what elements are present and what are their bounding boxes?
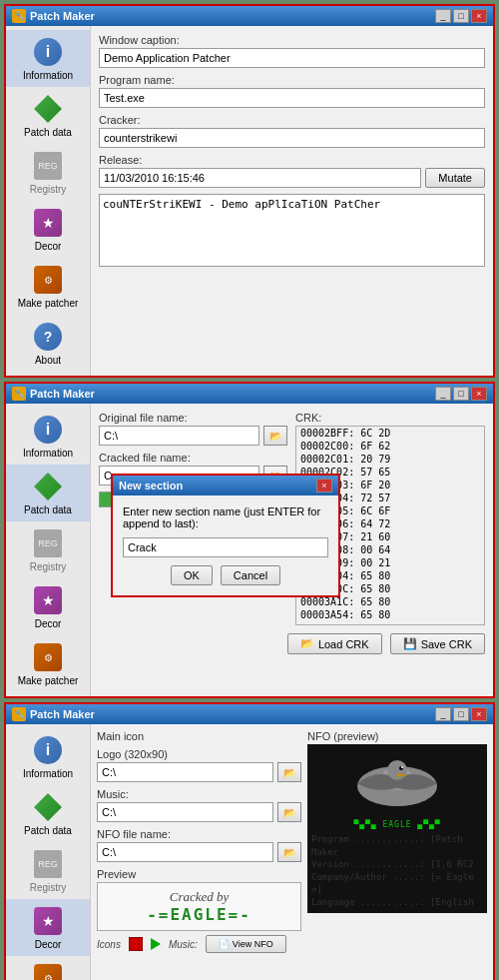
load-crk-label: Load CRK — [318, 638, 369, 650]
logo-input[interactable] — [97, 762, 273, 782]
music-label2: Music: — [169, 939, 198, 950]
w3-sidebar-makepatcher[interactable]: ⚙ Make patcher — [6, 956, 90, 980]
w3-sidebar-patchdata[interactable]: Patch data — [6, 785, 90, 842]
dialog-cancel-button[interactable]: Cancel — [221, 565, 280, 585]
sidebar-item-registry[interactable]: REG Registry — [6, 144, 90, 201]
mutate-button[interactable]: Mutate — [425, 168, 485, 188]
orig-file-label: Original file name: — [99, 412, 287, 424]
textarea-row: couNTErStriKEWI - Demo apPlIcaTiON PatCh… — [99, 194, 485, 269]
load-crk-button[interactable]: 📂 Load CRK — [287, 633, 382, 654]
eagle-svg — [322, 748, 472, 818]
nfo-file-input[interactable] — [97, 842, 273, 862]
w2-sidebar-patchdata[interactable]: Patch data — [6, 465, 90, 521]
w2-decor-icon: ★ — [34, 586, 62, 614]
w2-sidebar-makepatcher[interactable]: ⚙ Make patcher — [6, 635, 90, 692]
nfo-preview-title: NFO (preview) — [307, 730, 487, 742]
makepatcher-icon-wrapper: ⚙ — [32, 264, 64, 296]
w3-close-button[interactable]: × — [471, 707, 487, 721]
sidebar1: i Information Patch data REG Registry ★ — [6, 26, 91, 376]
program-name-label: Program name: — [99, 74, 485, 86]
new-section-dialog: New section × Enter new section name (ju… — [111, 474, 340, 597]
save-crk-icon: 💾 — [403, 637, 417, 650]
maximize-button[interactable]: □ — [453, 9, 469, 23]
dialog-close-button[interactable]: × — [316, 479, 332, 492]
close-button[interactable]: × — [471, 9, 487, 23]
w3-minimize-button[interactable]: _ — [435, 707, 451, 721]
window2-main: Original file name: 📂 Cracked file name:… — [91, 404, 493, 696]
dialog-section-input[interactable] — [123, 537, 328, 557]
w2-patch-icon-wrap — [32, 471, 64, 502]
w2-decor-label: Decor — [35, 618, 62, 629]
patchdata-icon-wrapper — [32, 93, 64, 125]
sidebar-item-makepatcher[interactable]: ⚙ Make patcher — [6, 258, 90, 315]
release-label: Release: — [99, 154, 485, 166]
w2-info-icon-wrap: i — [32, 414, 64, 446]
sidebar-about-label: About — [35, 355, 61, 366]
w3-decor-icon-wrap: ★ — [32, 905, 64, 937]
music-file-row: 📂 — [97, 802, 301, 822]
w3-sidebar-registry[interactable]: REG Registry — [6, 842, 90, 899]
information-icon-wrapper: i — [32, 36, 64, 68]
cracker-input[interactable] — [99, 128, 485, 148]
view-nfo-label: View NFO — [233, 939, 273, 949]
sidebar-patchdata-label: Patch data — [24, 127, 72, 138]
main-textarea[interactable]: couNTErStriKEWI - Demo apPlIcaTiON PatCh… — [99, 194, 485, 267]
decor-icon-wrapper: ★ — [32, 207, 64, 239]
crk-header: CRK: — [295, 412, 485, 424]
app-icon3: 🔧 — [12, 707, 26, 721]
w2-make-icon-wrap: ⚙ — [32, 641, 64, 673]
patch-icon — [34, 95, 62, 123]
program-name-input[interactable] — [99, 88, 485, 108]
svg-point-5 — [401, 766, 403, 768]
w2-minimize-button[interactable]: _ — [435, 387, 451, 401]
view-nfo-button[interactable]: 📄 View NFO — [206, 935, 286, 953]
w2-sidebar-decor[interactable]: ★ Decor — [6, 578, 90, 635]
sidebar-item-about[interactable]: ? About — [6, 315, 90, 372]
music-browse-button[interactable]: 📂 — [277, 802, 301, 822]
sidebar-item-information[interactable]: i Information — [6, 30, 90, 87]
dialog-buttons: OK Cancel — [123, 565, 328, 585]
view-nfo-icon: 📄 — [219, 939, 230, 949]
nfo-info-row: Language ...........: [English — [311, 896, 483, 909]
w2-maximize-button[interactable]: □ — [453, 387, 469, 401]
w3-patchdata-label: Patch data — [24, 825, 72, 836]
window-caption-input[interactable] — [99, 48, 485, 68]
save-crk-button[interactable]: 💾 Save CRK — [390, 633, 485, 654]
crk-action-buttons: 📂 Load CRK 💾 Save CRK — [99, 633, 485, 654]
nfo-browse-button[interactable]: 📂 — [277, 842, 301, 862]
logo-browse-button[interactable]: 📂 — [277, 762, 301, 782]
program-name-row: Program name: — [99, 74, 485, 108]
w3-sidebar-information[interactable]: i Information — [6, 728, 90, 785]
w2-close-button[interactable]: × — [471, 387, 487, 401]
window3: 🔧 Patch Maker _ □ × i Information Patch … — [4, 702, 495, 980]
window2-title: Patch Maker — [30, 388, 95, 400]
dialog-title: New section — [119, 480, 183, 491]
w3-registry-icon-wrap: REG — [32, 848, 64, 880]
w3-information-label: Information — [23, 768, 73, 779]
decor-icon: ★ — [34, 209, 62, 237]
dialog-ok-button[interactable]: OK — [171, 565, 213, 585]
w2-sidebar-registry[interactable]: REG Registry — [6, 521, 90, 578]
nfo-info-row: Program ............: [Patch Maker — [311, 833, 483, 858]
about-icon-wrapper: ? — [32, 321, 64, 353]
w3-sidebar-decor[interactable]: ★ Decor — [6, 899, 90, 956]
decor-form: Main icon Logo (320x90) 📂 Music: � — [97, 730, 301, 953]
orig-file-input[interactable] — [99, 426, 259, 446]
minimize-button[interactable]: _ — [435, 9, 451, 23]
nfo-preview-box: ▀▄▀▄ EAGLE ▄▀▄▀ Program ............: [P… — [307, 744, 487, 913]
sidebar-item-patchdata[interactable]: Patch data — [6, 87, 90, 144]
music-input[interactable] — [97, 802, 273, 822]
window2-titlebar-left: 🔧 Patch Maker — [12, 387, 95, 401]
orig-file-input-row: 📂 — [99, 426, 287, 446]
w2-sidebar-information[interactable]: i Information — [6, 408, 90, 465]
release-input[interactable] — [99, 168, 421, 188]
w2-makepatcher-label: Make patcher — [18, 675, 79, 686]
titlebar-controls: _ □ × — [435, 9, 487, 23]
w3-info-icon-wrap: i — [32, 734, 64, 766]
nfo-info-row: Company/Author .....: [= Eagle =] — [311, 871, 483, 896]
w3-maximize-button[interactable]: □ — [453, 707, 469, 721]
orig-file-browse-button[interactable]: 📂 — [263, 426, 287, 446]
sidebar-item-decor[interactable]: ★ Decor — [6, 201, 90, 258]
crk-row: 00002BFF: 6C 2D — [296, 427, 484, 440]
about-icon: ? — [34, 323, 62, 351]
